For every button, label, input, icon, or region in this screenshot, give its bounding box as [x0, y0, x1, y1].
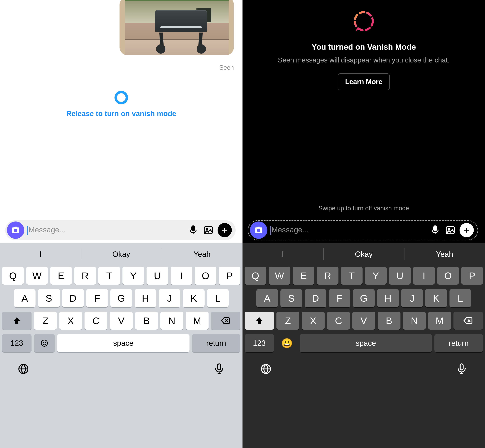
key-U[interactable]: U	[389, 267, 411, 285]
gallery-button[interactable]	[202, 224, 214, 236]
camera-button[interactable]	[7, 222, 24, 239]
key-K[interactable]: K	[425, 289, 447, 307]
svg-rect-1	[192, 226, 195, 231]
key-L[interactable]: L	[450, 289, 471, 307]
key-S[interactable]: S	[38, 289, 60, 307]
key-I[interactable]: I	[413, 267, 435, 285]
key-F[interactable]: F	[86, 289, 108, 307]
space-key[interactable]: space	[57, 334, 189, 352]
message-input-bar: Message...	[0, 217, 243, 243]
key-Z[interactable]: Z	[34, 312, 57, 330]
key-Q[interactable]: Q	[2, 267, 24, 285]
svg-point-10	[258, 229, 259, 231]
message-input-pill[interactable]: Message...	[248, 220, 478, 240]
key-M[interactable]: M	[428, 312, 451, 330]
svg-rect-15	[460, 364, 463, 370]
vanish-mode-area[interactable]: You turned on Vanish ModeSeen messages w…	[243, 0, 485, 217]
keyboard-bottom-bar	[243, 357, 485, 382]
key-Z[interactable]: Z	[276, 312, 299, 330]
globe-icon[interactable]	[17, 363, 29, 376]
suggestion-1[interactable]: Okay	[323, 243, 404, 265]
key-T[interactable]: T	[99, 267, 120, 285]
camera-button[interactable]	[250, 222, 267, 239]
key-X[interactable]: X	[59, 312, 82, 330]
keyboard: IOkayYeahQWERTYUIOPASDFGHJKLZXCVBNM123sp…	[0, 243, 243, 448]
globe-icon[interactable]	[260, 363, 272, 376]
key-V[interactable]: V	[352, 312, 375, 330]
key-G[interactable]: G	[110, 289, 132, 307]
key-Y[interactable]: Y	[365, 267, 386, 285]
shift-key[interactable]	[245, 312, 274, 330]
key-V[interactable]: V	[110, 312, 133, 330]
key-W[interactable]: W	[26, 267, 48, 285]
key-Q[interactable]: Q	[245, 267, 266, 285]
emoji-key[interactable]	[34, 334, 55, 352]
key-L[interactable]: L	[207, 289, 229, 307]
key-J[interactable]: J	[159, 289, 180, 307]
key-E[interactable]: E	[50, 267, 72, 285]
learn-more-button[interactable]: Learn More	[338, 73, 390, 90]
key-N[interactable]: N	[160, 312, 183, 330]
dictation-icon[interactable]	[456, 363, 468, 376]
chat-area[interactable]: SeenRelease to turn on vanish mode	[0, 0, 243, 217]
emoji-key[interactable]: 😀	[276, 334, 297, 352]
key-B[interactable]: B	[135, 312, 158, 330]
key-K[interactable]: K	[183, 289, 204, 307]
key-J[interactable]: J	[401, 289, 423, 307]
key-A[interactable]: A	[256, 289, 278, 307]
more-actions-button[interactable]	[460, 223, 474, 237]
return-key[interactable]: return	[435, 334, 483, 352]
gallery-button[interactable]	[444, 224, 456, 236]
backspace-key[interactable]	[453, 312, 483, 330]
suggestion-2[interactable]: Yeah	[404, 243, 485, 265]
suggestion-0[interactable]: I	[0, 243, 81, 265]
key-R[interactable]: R	[317, 267, 338, 285]
space-key[interactable]: space	[300, 334, 432, 352]
message-input[interactable]: Message...	[270, 225, 426, 235]
backspace-key[interactable]	[211, 312, 240, 330]
key-I[interactable]: I	[171, 267, 192, 285]
key-O[interactable]: O	[195, 267, 216, 285]
voice-message-button[interactable]	[429, 224, 441, 236]
numeric-key[interactable]: 123	[245, 334, 274, 352]
key-P[interactable]: P	[219, 267, 240, 285]
svg-point-5	[43, 342, 44, 343]
key-X[interactable]: X	[302, 312, 325, 330]
shift-key[interactable]	[2, 312, 32, 330]
key-D[interactable]: D	[62, 289, 84, 307]
key-C[interactable]: C	[327, 312, 350, 330]
key-S[interactable]: S	[280, 289, 302, 307]
message-input-bar: Message...	[243, 217, 485, 243]
key-P[interactable]: P	[461, 267, 483, 285]
suggestion-1[interactable]: Okay	[81, 243, 162, 265]
voice-message-button[interactable]	[187, 224, 199, 236]
key-H[interactable]: H	[377, 289, 399, 307]
return-key[interactable]: return	[192, 334, 240, 352]
key-B[interactable]: B	[378, 312, 401, 330]
dictation-icon[interactable]	[213, 363, 225, 376]
key-H[interactable]: H	[135, 289, 156, 307]
key-Y[interactable]: Y	[123, 267, 144, 285]
suggestion-2[interactable]: Yeah	[162, 243, 243, 265]
key-R[interactable]: R	[74, 267, 96, 285]
key-G[interactable]: G	[353, 289, 375, 307]
key-N[interactable]: N	[403, 312, 426, 330]
suggestion-0[interactable]: I	[243, 243, 323, 265]
key-C[interactable]: C	[84, 312, 107, 330]
key-O[interactable]: O	[437, 267, 459, 285]
sent-image-message[interactable]	[120, 0, 234, 55]
key-M[interactable]: M	[186, 312, 209, 330]
key-U[interactable]: U	[147, 267, 168, 285]
more-actions-button[interactable]	[218, 223, 232, 237]
key-A[interactable]: A	[14, 289, 35, 307]
right-pane: You turned on Vanish ModeSeen messages w…	[243, 0, 485, 448]
vanish-mode-icon	[353, 10, 375, 33]
key-D[interactable]: D	[305, 289, 326, 307]
key-W[interactable]: W	[269, 267, 290, 285]
key-T[interactable]: T	[341, 267, 362, 285]
key-F[interactable]: F	[329, 289, 350, 307]
key-E[interactable]: E	[293, 267, 314, 285]
numeric-key[interactable]: 123	[2, 334, 32, 352]
message-input-pill[interactable]: Message...	[5, 220, 236, 240]
message-input[interactable]: Message...	[27, 225, 184, 235]
